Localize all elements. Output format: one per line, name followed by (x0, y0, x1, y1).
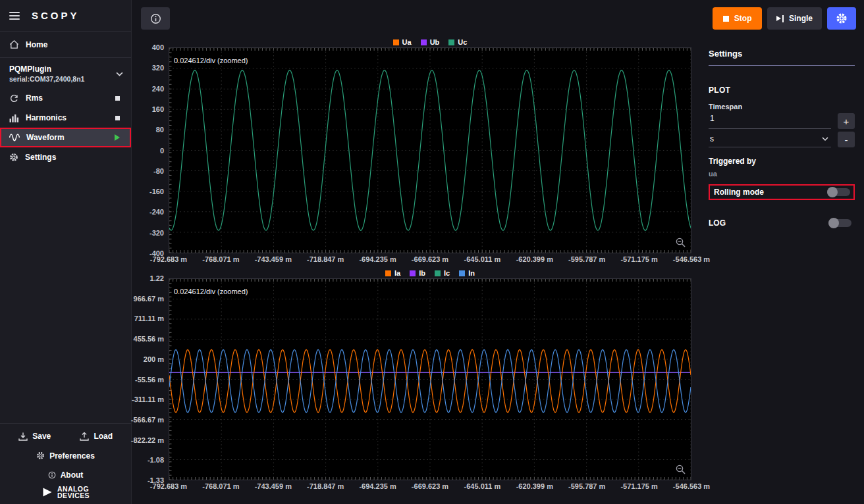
y-tick-label: -240 (149, 208, 164, 216)
timespan-unit-select[interactable]: s (709, 132, 831, 147)
single-button[interactable]: Single (767, 7, 822, 30)
legend-item-Ua[interactable]: Ua (393, 38, 412, 46)
legend-item-Ub[interactable]: Ub (421, 38, 440, 46)
sidebar-item-harmonics[interactable]: Harmonics (0, 108, 131, 128)
x-tick-label: -669.623 m (412, 482, 448, 490)
charts-column: UaUbUc 400320240160800-80-160-240-320-40… (132, 37, 698, 504)
x-tick-label: -546.563 m (673, 482, 710, 490)
plot-area[interactable]: 0.024612/div (zoomed) (169, 47, 691, 253)
y-tick-label: -311.11 m (132, 395, 164, 403)
legend-swatch (435, 270, 441, 276)
zoom-out-icon[interactable] (675, 464, 686, 475)
brand-text: ANALOG DEVICES (57, 486, 90, 499)
chevron-down-icon[interactable] (116, 72, 123, 76)
info-button[interactable] (141, 7, 170, 30)
play-to-end-icon (776, 15, 784, 22)
sidebar-item-waveform[interactable]: Waveform (0, 128, 131, 147)
log-label: LOG (709, 218, 726, 228)
stop-label: Stop (734, 14, 752, 23)
settings-panel: Settings PLOT Timespan 1 + s - Triggered… (698, 37, 864, 504)
plot-area[interactable]: 0.024612/div (zoomed) (169, 278, 691, 480)
x-tick-label: -645.011 m (464, 482, 501, 490)
x-tick-label: -571.175 m (620, 255, 657, 263)
stop-square-icon (723, 16, 729, 22)
sidebar: SCOPY Home PQMPlugin serial:COM37,2400,8… (0, 0, 132, 504)
sidebar-item-rms[interactable]: Rms (0, 88, 131, 108)
legend-item-Uc[interactable]: Uc (448, 38, 467, 46)
y-tick-label: -55.56 m (135, 376, 164, 384)
timespan-label: Timespan (709, 103, 855, 111)
toggle-knob (827, 187, 838, 197)
preferences-button[interactable]: Preferences (0, 446, 131, 465)
timespan-increment-button[interactable]: + (838, 113, 855, 129)
run-controls: Stop Single (713, 7, 856, 30)
legend-label: Ib (419, 269, 425, 277)
plugin-serial: serial:COM37,2400,8n1 (9, 75, 84, 83)
voltage-chart: UaUbUc 400320240160800-80-160-240-320-40… (136, 37, 691, 265)
sidebar-item-label: Rms (26, 93, 43, 103)
timespan-input[interactable]: 1 (709, 113, 831, 129)
save-icon (18, 432, 28, 441)
plot-settings-button[interactable] (827, 7, 856, 30)
load-icon (80, 432, 89, 441)
legend-item-Ib[interactable]: Ib (410, 269, 425, 277)
save-button[interactable]: Save (4, 432, 66, 441)
y-tick-label: 200 m (144, 355, 164, 363)
x-tick-label: -718.847 m (307, 482, 344, 490)
x-tick-label: -546.563 m (673, 255, 710, 263)
x-tick-label: -694.235 m (359, 255, 396, 263)
triggered-by-select[interactable]: ua (709, 170, 855, 179)
plot-canvas[interactable] (169, 279, 691, 480)
x-tick-label: -645.011 m (464, 255, 501, 263)
sidebar-item-label: Settings (25, 153, 56, 162)
x-tick-label: -669.623 m (412, 255, 448, 263)
log-toggle[interactable] (828, 219, 851, 227)
x-axis: -792.683 m-768.071 m-743.459 m-718.847 m… (169, 253, 691, 265)
log-row: LOG (709, 218, 855, 228)
topbar: Stop Single (132, 0, 864, 37)
main-area: Stop Single UaUbUc 400320240160800-80-16… (132, 0, 864, 504)
rolling-mode-toggle[interactable] (827, 188, 850, 196)
y-axis: 1.22966.67 m711.11 m455.56 m200 m-55.56 … (136, 278, 169, 480)
sidebar-item-home[interactable]: Home (0, 32, 131, 58)
about-button[interactable]: About (0, 465, 131, 484)
gear-icon (836, 13, 848, 24)
rms-icon (9, 93, 19, 103)
legend-label: Ub (430, 38, 440, 46)
chevron-down-icon (822, 137, 828, 141)
stop-indicator-icon[interactable] (115, 116, 120, 120)
legend-swatch (385, 270, 391, 276)
y-tick-label: 80 (156, 126, 164, 134)
legend-item-Ia[interactable]: Ia (385, 269, 400, 277)
triggered-by-label: Triggered by (709, 157, 855, 166)
plugin-name: PQMPlugin (9, 64, 84, 74)
sidebar-footer-actions: Save Load (0, 423, 131, 446)
timespan-control: 1 + s - (709, 113, 855, 147)
sidebar-header: SCOPY (0, 0, 131, 32)
legend-swatch (421, 39, 427, 45)
play-indicator-icon[interactable] (115, 134, 120, 141)
hamburger-menu-icon[interactable] (9, 12, 20, 20)
scale-overlay: 0.024612/div (zoomed) (174, 57, 248, 64)
legend-label: Uc (458, 38, 467, 46)
plot-canvas[interactable] (169, 48, 691, 253)
x-tick-label: -792.683 m (150, 255, 187, 263)
sidebar-item-settings[interactable]: Settings (0, 147, 131, 167)
legend-swatch (448, 39, 454, 45)
sidebar-plugin-header[interactable]: PQMPlugin serial:COM37,2400,8n1 (0, 58, 131, 88)
x-tick-label: -743.459 m (255, 255, 292, 263)
x-tick-label: -595.787 m (568, 482, 605, 490)
legend-item-Ic[interactable]: Ic (435, 269, 450, 277)
legend-item-In[interactable]: In (459, 269, 475, 277)
sidebar-spacer (0, 167, 131, 423)
stop-indicator-icon[interactable] (115, 96, 120, 101)
x-tick-label: -571.175 m (620, 482, 657, 490)
load-label: Load (94, 432, 113, 441)
timespan-decrement-button[interactable]: - (838, 132, 855, 147)
x-tick-label: -694.235 m (359, 482, 396, 490)
zoom-out-icon[interactable] (675, 237, 686, 248)
y-tick-label: -1.08 (148, 456, 164, 464)
stop-button[interactable]: Stop (713, 7, 763, 30)
load-button[interactable]: Load (66, 432, 128, 441)
y-tick-label: 455.56 m (134, 335, 164, 343)
